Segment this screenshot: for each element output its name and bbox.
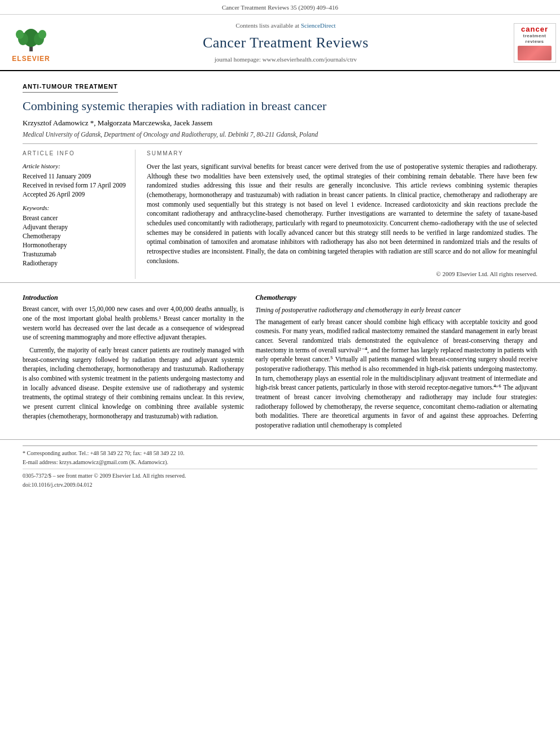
summary-label: SUMMARY: [147, 150, 537, 158]
article-section: ANTI-TUMOUR TREATMENT Combining systemic…: [0, 71, 560, 279]
summary-text: Over the last years, significant surviva…: [147, 162, 537, 265]
keywords-group: Keywords: Breast cancer Adjuvant therapy…: [23, 204, 127, 268]
journal-header: ELSEVIER Contents lists available at Sci…: [0, 15, 560, 71]
journal-logo-right-section: cancer treatment reviews: [509, 19, 560, 66]
top-bar: Cancer Treatment Reviews 35 (2009) 409–4…: [0, 0, 560, 15]
journal-citation: Cancer Treatment Reviews 35 (2009) 409–4…: [222, 4, 338, 11]
keywords-label: Keywords:: [23, 204, 127, 212]
chemo-subheading: Timing of postoperative radiotherapy and…: [255, 305, 537, 314]
article-history: Article history: Received 11 January 200…: [23, 162, 127, 199]
email-note: E-mail address: krzys.adamowicz@gmail.co…: [23, 458, 537, 466]
journal-title: Cancer Treatment Reviews: [68, 33, 504, 53]
keyword-1: Breast cancer: [23, 213, 127, 222]
keyword-5: Trastuzumab: [23, 250, 127, 259]
sciencedirect-link[interactable]: ScienceDirect: [301, 22, 336, 29]
chemo-para1: The management of early breast cancer sh…: [255, 317, 537, 430]
issn-note: 0305-7372/$ – see front matter © 2009 El…: [23, 472, 537, 480]
logo-cancer: cancer: [521, 25, 548, 33]
chemo-heading: Chemotherapy: [255, 293, 537, 303]
body-two-col: Introduction Breast cancer, with over 15…: [23, 289, 537, 434]
main-body: Introduction Breast cancer, with over 15…: [0, 282, 560, 439]
article-title: Combining systemic therapies with radiat…: [23, 98, 537, 115]
keywords-list: Breast cancer Adjuvant therapy Chemother…: [23, 213, 127, 268]
svg-point-4: [16, 30, 24, 39]
keyword-4: Hormonotherapy: [23, 241, 127, 250]
intro-heading: Introduction: [23, 293, 244, 303]
keyword-2: Adjuvant therapy: [23, 222, 127, 231]
history-label: Article history:: [23, 162, 127, 171]
elsevier-tree-icon: [14, 22, 48, 53]
intro-para2: Currently, the majority of early breast …: [23, 346, 244, 421]
authors: Krzysztof Adamowicz *, Małgorzata Marcze…: [23, 118, 537, 128]
page-footer: * Corresponding author. Tel.: +48 58 349…: [0, 439, 560, 491]
body-col-left: Introduction Breast cancer, with over 15…: [23, 289, 244, 434]
svg-point-5: [38, 30, 46, 39]
elsevier-logo: ELSEVIER: [12, 22, 50, 64]
corresponding-note: * Corresponding author. Tel.: +48 58 349…: [23, 449, 537, 457]
journal-logo-right: cancer treatment reviews: [514, 23, 556, 63]
affiliation: Medical University of Gdansk, Department…: [23, 130, 537, 139]
elsevier-wordmark: ELSEVIER: [12, 54, 50, 64]
elsevier-logo-section: ELSEVIER: [0, 19, 62, 66]
summary-col: SUMMARY Over the last years, significant…: [147, 150, 537, 279]
journal-logo-graphic: [518, 46, 552, 60]
article-info-summary: ARTICLE INFO Article history: Received 1…: [23, 143, 537, 279]
logo-treatment: treatment: [523, 33, 546, 39]
received1: Received 11 January 2009: [23, 172, 127, 181]
article-info-col: ARTICLE INFO Article history: Received 1…: [23, 150, 135, 279]
keyword-3: Chemotherapy: [23, 231, 127, 241]
page: Cancer Treatment Reviews 35 (2009) 409–4…: [0, 0, 560, 747]
doi-note: doi:10.1016/j.ctrv.2009.04.012: [23, 481, 537, 489]
received2: Received in revised form 17 April 2009: [23, 181, 127, 190]
copyright: © 2009 Elsevier Ltd. All rights reserved…: [147, 270, 537, 278]
article-info-label: ARTICLE INFO: [23, 150, 127, 158]
journal-homepage: journal homepage: www.elsevierhealth.com…: [68, 55, 504, 64]
intro-para1: Breast cancer, with over 15,00,000 new c…: [23, 304, 244, 342]
journal-header-center: Contents lists available at ScienceDirec…: [62, 19, 509, 66]
accepted: Accepted 26 April 2009: [23, 190, 127, 199]
body-col-right: Chemotherapy Timing of postoperative rad…: [255, 289, 537, 434]
keyword-6: Radiotherapy: [23, 259, 127, 268]
logo-reviews: reviews: [526, 39, 544, 45]
contents-available: Contents lists available at ScienceDirec…: [68, 21, 504, 30]
article-type: ANTI-TUMOUR TREATMENT: [23, 82, 118, 93]
